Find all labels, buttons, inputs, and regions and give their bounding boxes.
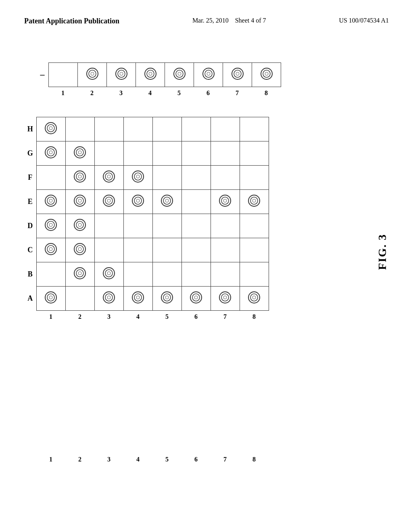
svg-point-67 — [47, 245, 54, 253]
cell-D-7 — [211, 214, 240, 238]
cell-E-2 — [65, 190, 94, 214]
svg-point-70 — [76, 245, 83, 253]
cell-A-2 — [65, 287, 94, 311]
svg-point-28 — [76, 149, 83, 156]
top-axis-num-7: 7 — [223, 87, 252, 99]
cell-H-4 — [123, 117, 152, 141]
cell-G-3 — [94, 141, 123, 166]
svg-point-66 — [45, 243, 56, 255]
cell-F-8 — [240, 166, 269, 190]
svg-point-10 — [176, 70, 183, 77]
svg-point-72 — [74, 268, 86, 279]
cell-C-6 — [181, 238, 211, 262]
svg-point-35 — [107, 175, 111, 178]
cell-H-6 — [181, 117, 211, 141]
bottom-axis-num-7: 7 — [211, 453, 240, 466]
cell-F-7 — [211, 166, 240, 190]
cell-H-1 — [36, 117, 65, 141]
svg-point-82 — [105, 294, 113, 301]
top-grid: – 12345678 — [36, 62, 281, 99]
svg-point-37 — [134, 173, 142, 180]
svg-point-0 — [87, 68, 98, 79]
cell-C-1 — [36, 238, 65, 262]
svg-point-18 — [261, 68, 272, 79]
svg-point-93 — [219, 292, 231, 303]
cell-B-3 — [94, 262, 123, 287]
svg-point-16 — [234, 70, 241, 77]
main-axis-num-2: 2 — [65, 311, 94, 323]
bottom-axis-num-4: 4 — [123, 453, 152, 466]
svg-point-44 — [78, 199, 81, 202]
cell-H-3 — [94, 117, 123, 141]
top-cell-4 — [136, 63, 165, 87]
svg-point-36 — [132, 171, 144, 182]
main-axis-num-3: 3 — [94, 311, 123, 323]
row-label-A: A — [24, 287, 36, 311]
svg-point-24 — [45, 147, 56, 158]
main-axis-num-5: 5 — [152, 311, 181, 323]
cell-B-6 — [181, 262, 211, 287]
cell-C-3 — [94, 238, 123, 262]
svg-point-5 — [120, 72, 123, 75]
cell-G-6 — [181, 141, 211, 166]
svg-point-81 — [103, 292, 115, 303]
svg-point-29 — [78, 151, 81, 154]
cell-F-1 — [36, 166, 65, 190]
svg-point-57 — [248, 195, 260, 206]
row-label-H: H — [24, 117, 36, 141]
cell-E-7 — [211, 190, 240, 214]
top-axis-num-6: 6 — [194, 87, 223, 99]
svg-point-32 — [78, 175, 81, 178]
main-grid-table: HGFEDCBA — [24, 117, 269, 311]
cell-B-1 — [36, 262, 65, 287]
cell-E-6 — [181, 190, 211, 214]
top-cell-2 — [78, 63, 107, 87]
svg-point-40 — [47, 197, 54, 204]
top-axis-num-3: 3 — [106, 87, 136, 99]
svg-point-74 — [78, 272, 81, 275]
svg-point-39 — [45, 195, 56, 206]
bottom-axis-num-6: 6 — [181, 453, 211, 466]
svg-point-38 — [136, 175, 140, 178]
cell-A-1 — [36, 287, 65, 311]
svg-point-20 — [265, 72, 268, 75]
svg-point-96 — [248, 292, 260, 303]
cell-B-4 — [123, 262, 152, 287]
top-axis-num-1: 1 — [48, 87, 77, 99]
top-cell-6 — [194, 63, 223, 87]
main-grid: HGFEDCBA 12345678 — [24, 117, 269, 323]
svg-point-78 — [45, 292, 56, 303]
svg-point-31 — [76, 173, 83, 180]
cell-A-5 — [152, 287, 181, 311]
cell-B-2 — [65, 262, 94, 287]
cell-A-4 — [123, 287, 152, 311]
svg-point-63 — [74, 219, 86, 231]
svg-point-43 — [76, 197, 83, 204]
svg-point-45 — [103, 195, 115, 206]
svg-point-94 — [221, 294, 229, 301]
svg-point-3 — [116, 68, 127, 79]
top-cell-7 — [223, 63, 252, 87]
publication-title: Patent Application Publication — [24, 16, 119, 26]
svg-point-76 — [105, 270, 113, 277]
svg-point-86 — [136, 296, 140, 299]
main-axis-num-4: 4 — [123, 311, 152, 323]
cell-F-4 — [123, 166, 152, 190]
cell-G-2 — [65, 141, 94, 166]
cell-D-5 — [152, 214, 181, 238]
svg-point-71 — [78, 247, 81, 251]
svg-point-85 — [134, 294, 142, 301]
cell-D-3 — [94, 214, 123, 238]
cell-G-1 — [36, 141, 65, 166]
svg-point-34 — [105, 173, 113, 180]
svg-point-89 — [165, 296, 169, 299]
date-sheet: Mar. 25, 2010 Sheet 4 of 7 — [192, 16, 266, 25]
main-axis-num-1: 1 — [36, 311, 65, 323]
cell-D-4 — [123, 214, 152, 238]
top-cell-5 — [165, 63, 194, 87]
svg-point-52 — [163, 197, 171, 204]
cell-D-1 — [36, 214, 65, 238]
top-cell-1 — [49, 63, 78, 87]
cell-G-8 — [240, 141, 269, 166]
svg-point-51 — [161, 195, 173, 206]
